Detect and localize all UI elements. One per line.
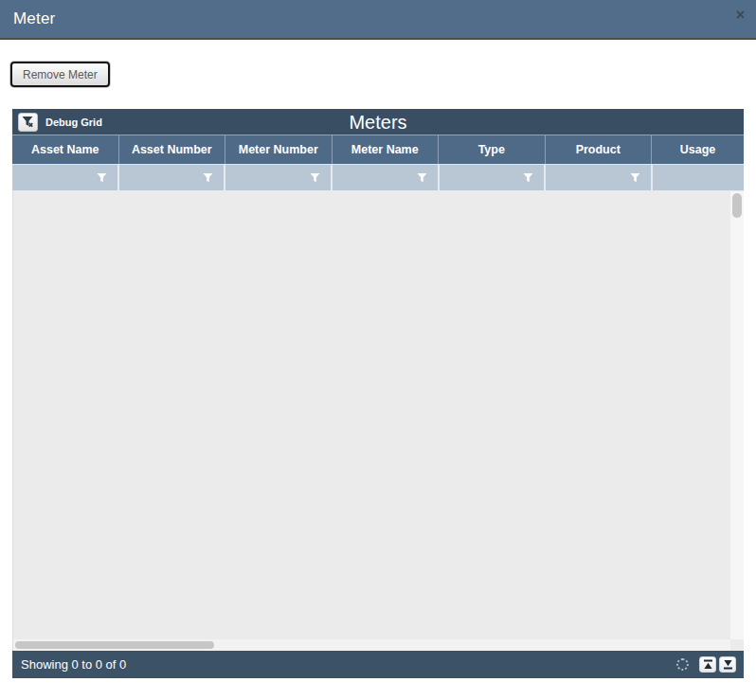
column-header-meter-number[interactable]: Meter Number <box>225 135 332 164</box>
filter-cell-meter-name[interactable] <box>331 165 438 190</box>
filter-funnel-icon[interactable] <box>97 170 107 187</box>
remove-meter-button[interactable]: Remove Meter <box>10 62 110 87</box>
filter-funnel-icon[interactable] <box>417 170 427 187</box>
column-header-usage[interactable]: Usage <box>651 135 744 164</box>
scroll-top-icon <box>703 659 713 670</box>
column-header-asset-number[interactable]: Asset Number <box>118 135 225 164</box>
grid-title: Meters <box>12 109 744 135</box>
filter-funnel-icon[interactable] <box>630 170 640 187</box>
grid-body-empty <box>12 190 744 651</box>
modal-header: Meter × <box>0 0 756 40</box>
filter-cell-meter-number[interactable] <box>224 165 331 190</box>
filter-cell-usage[interactable] <box>651 165 744 190</box>
column-header-meter-name[interactable]: Meter Name <box>332 135 439 164</box>
filter-cell-asset-number[interactable] <box>117 165 225 190</box>
vertical-scrollbar[interactable] <box>730 191 744 639</box>
meters-grid: Debug Grid Meters Asset Name Asset Numbe… <box>12 109 744 678</box>
grid-footer: Showing 0 to 0 of 0 <box>12 651 744 678</box>
scroll-bottom-icon <box>723 659 733 670</box>
column-header-product[interactable]: Product <box>545 135 652 164</box>
debug-grid-label: Debug Grid <box>45 117 102 128</box>
filter-row <box>12 164 744 190</box>
filter-cell-type[interactable] <box>438 165 545 190</box>
row-count-status: Showing 0 to 0 of 0 <box>21 657 676 672</box>
horizontal-scrollbar[interactable] <box>13 639 730 651</box>
filter-funnel-icon[interactable] <box>203 170 213 187</box>
clear-filter-button[interactable] <box>18 113 38 132</box>
filter-funnel-icon[interactable] <box>523 170 533 187</box>
filter-funnel-icon[interactable] <box>310 170 320 187</box>
filter-cell-asset-name[interactable] <box>12 165 117 190</box>
column-header-row: Asset Name Asset Number Meter Number Met… <box>12 135 744 164</box>
scroll-to-bottom-button[interactable] <box>719 656 736 673</box>
close-icon[interactable]: × <box>736 8 745 23</box>
column-header-type[interactable]: Type <box>438 135 545 164</box>
modal-title: Meter <box>13 0 55 38</box>
horizontal-scrollbar-thumb[interactable] <box>15 641 214 649</box>
funnel-x-icon <box>22 116 34 128</box>
filter-cell-product[interactable] <box>544 165 651 190</box>
grid-titlebar: Debug Grid Meters <box>12 109 744 135</box>
scroll-to-top-button[interactable] <box>699 656 716 673</box>
column-header-asset-name[interactable]: Asset Name <box>12 135 118 164</box>
spinner-icon <box>676 658 689 671</box>
vertical-scrollbar-thumb[interactable] <box>732 193 742 218</box>
